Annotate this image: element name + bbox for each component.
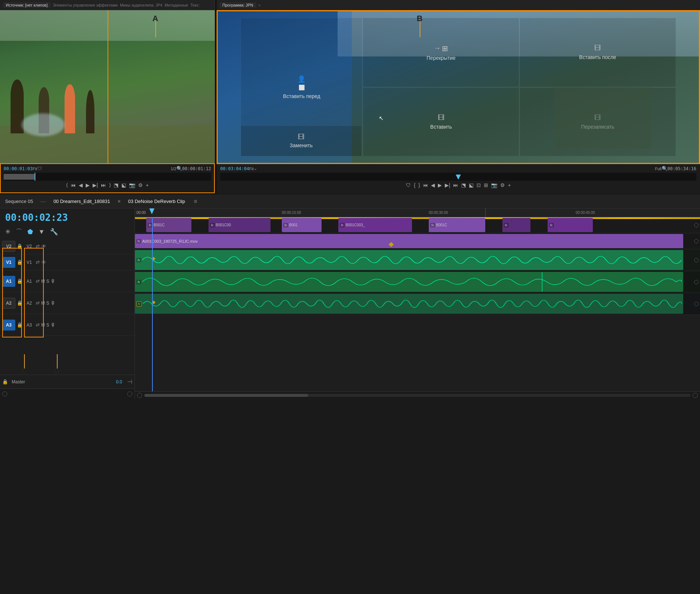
prog-ctrl-bracket[interactable]: { (414, 182, 416, 188)
track-a1-mic[interactable]: 🎙 (51, 278, 56, 284)
prog-ctrl-overwrite[interactable]: ⬕ (469, 182, 474, 188)
source-tab-meta[interactable]: Метаданные (164, 3, 188, 7)
overlay-top-center[interactable]: → ⊞ Перекрытие (363, 18, 519, 87)
timeline-scrollbar[interactable] (135, 391, 700, 399)
prog-ctrl-next[interactable]: ▶| (445, 182, 450, 188)
clip-v1[interactable]: fx A001C003_180725_R1JC.mov (135, 234, 683, 248)
track-a3-mic[interactable]: 🎙 (51, 322, 56, 328)
track-toggle-a3[interactable]: A3 (2, 320, 15, 331)
timeline-menu[interactable]: ≡ (194, 198, 197, 205)
master-end-icon[interactable]: ⊣ (127, 378, 132, 385)
program-scrubber[interactable] (220, 173, 696, 181)
track-a1-lock[interactable]: 🔒 (17, 278, 23, 284)
track-v1-lock[interactable]: 🔒 (17, 259, 23, 265)
track-a3-solo[interactable]: S (46, 323, 49, 328)
clip-v2-5[interactable]: fx B001C (429, 218, 485, 232)
clip-name-label[interactable]: 03 DeNoise DeReverb Clip (128, 199, 185, 204)
tool-ripple[interactable]: ⬟ (27, 228, 33, 236)
program-scene: → ⊞ Перекрытие 🎞 Вставить после (217, 10, 700, 164)
scrollbar-track[interactable] (144, 394, 691, 397)
tool-wrench[interactable]: 🔧 (50, 228, 58, 236)
timeline-ruler[interactable]: :00:00 00:00:15:00 00:00:30:00 00:00:45:… (135, 208, 700, 217)
overlay-center[interactable]: 🎞 Вставить ↖ (363, 87, 519, 156)
track-a2-mic[interactable]: 🎙 (51, 300, 56, 306)
track-v1-eye[interactable]: 👁 (41, 259, 46, 265)
track-a3-name: A3 (24, 323, 34, 328)
tool-select[interactable]: ⌒ (16, 227, 22, 236)
master-lock-icon[interactable]: 🔒 (2, 379, 8, 384)
prog-ctrl-camera[interactable]: 📷 (491, 182, 497, 188)
tool-mark[interactable]: ▼ (38, 228, 45, 236)
track-a3-mute[interactable]: M (41, 323, 45, 328)
clip-v2-4[interactable]: fx B001C003_ (338, 218, 412, 232)
source-tab-mix[interactable]: Микш аудиоклипа: JP4 (120, 3, 162, 7)
program-timecode-right: 00:05:34:16 (668, 166, 696, 171)
track-a2-solo[interactable]: S (46, 301, 49, 306)
prog-ctrl-prev[interactable]: ◀ (431, 182, 435, 188)
prog-ctrl-bracket2[interactable]: } (419, 182, 420, 188)
source-tab-active[interactable]: Источник: [нет клипов] (3, 2, 51, 8)
clip-v2-2[interactable]: fx B001C00 (209, 218, 271, 232)
track-a2-label: A2 (6, 301, 11, 306)
master-row: 🔒 Master 0.0 ⊣ (0, 375, 135, 388)
prog-ctrl-insert[interactable]: ⬔ (461, 182, 466, 188)
track-v2-sync[interactable]: ⇄ (36, 243, 40, 249)
track-a3-lock[interactable]: 🔒 (17, 322, 23, 328)
program-timecode-left: 00:03:04:04 (220, 166, 249, 171)
prog-ctrl-step-fwd[interactable]: ⏭ (453, 182, 458, 188)
clip-v2-7[interactable]: fx (548, 218, 593, 232)
overlay-top-right[interactable]: 🎞 Вставить после (520, 18, 676, 87)
scroll-tl-left[interactable] (137, 393, 142, 398)
prog-ctrl-mark[interactable]: 🛡 (406, 182, 411, 188)
clip-v2-3[interactable]: fx B001 (282, 218, 322, 232)
track-a2-lock[interactable]: 🔒 (17, 300, 23, 306)
scrollbar-thumb[interactable] (144, 394, 308, 397)
timeline-close[interactable]: × (117, 198, 121, 205)
scroll-tl-right[interactable] (693, 393, 698, 398)
program-zoom[interactable]: Fit (249, 167, 253, 171)
scroll-right-btn[interactable] (127, 391, 132, 396)
track-a2-mute[interactable]: M (41, 301, 45, 306)
ruler-t3: 00:00:45:00 (576, 211, 595, 215)
prog-ctrl-lift[interactable]: ⊡ (477, 182, 481, 188)
program-tab-sep: ≡ (258, 3, 261, 7)
program-zoom-full[interactable]: Full (655, 167, 662, 171)
track-a1-solo[interactable]: S (46, 279, 49, 284)
fx-badge-7: fx (549, 223, 554, 227)
scroll-left-btn[interactable] (2, 391, 7, 396)
source-tab-effects[interactable]: Элементы управления эффектами (53, 3, 118, 7)
track-toggle-v1[interactable]: V1 (2, 257, 15, 268)
prog-ctrl-play[interactable]: ▶ (438, 182, 442, 188)
clip-v2-6[interactable]: fx (502, 218, 531, 232)
tool-snap[interactable]: ✳ (5, 228, 11, 236)
track-v1-sync[interactable]: ⇄ (36, 259, 40, 265)
track-v2-eye[interactable]: 👁 (41, 243, 46, 249)
audio-clip-a1[interactable]: fx (135, 250, 683, 270)
track-a1-mute[interactable]: M (41, 279, 45, 284)
track-toggle-a2[interactable]: A2 (2, 298, 15, 309)
prog-ctrl-step-back[interactable]: ⏮ (423, 182, 428, 188)
timeline-tools: ✳ ⌒ ⬟ ▼ 🔧 (0, 225, 135, 238)
insert-after-icon: 🎞 (594, 44, 601, 52)
label-C: C (21, 367, 27, 376)
source-tab-text[interactable]: Текс: (190, 3, 200, 7)
prog-ctrl-add[interactable]: + (508, 182, 511, 188)
prog-ctrl-settings[interactable]: ⚙ (500, 182, 505, 188)
track-a3-sync[interactable]: ⇄ (36, 322, 40, 328)
track-a2-sync[interactable]: ⇄ (36, 300, 40, 306)
prog-ctrl-extract[interactable]: ⊞ (484, 182, 488, 188)
ruler-t2: 00:00:30:00 (429, 211, 448, 215)
track-toggle-a1[interactable]: A1 (2, 276, 15, 287)
edit-name-label[interactable]: 00 Dreamers_Edit_180831 (54, 199, 110, 204)
track-a1-sync[interactable]: ⇄ (36, 278, 40, 284)
track-v2-lock[interactable]: 🔒 (17, 243, 23, 249)
track-toggle-v2[interactable]: V2 (2, 241, 15, 252)
source-scrubber[interactable] (4, 173, 211, 181)
program-tab[interactable]: Программа: JPN (219, 2, 256, 8)
overlay-icon-top: → ⊞ (434, 44, 448, 53)
audio-clip-a2[interactable]: fx (135, 272, 683, 292)
clip-v2-1[interactable]: fx B001C (146, 218, 191, 232)
tracks-area: fx B001C fx B001C00 fx B001 fx (135, 217, 700, 391)
overlay-replace[interactable]: 🎞 Заменить (241, 126, 362, 156)
audio-clip-a3[interactable]: fx (135, 294, 683, 314)
